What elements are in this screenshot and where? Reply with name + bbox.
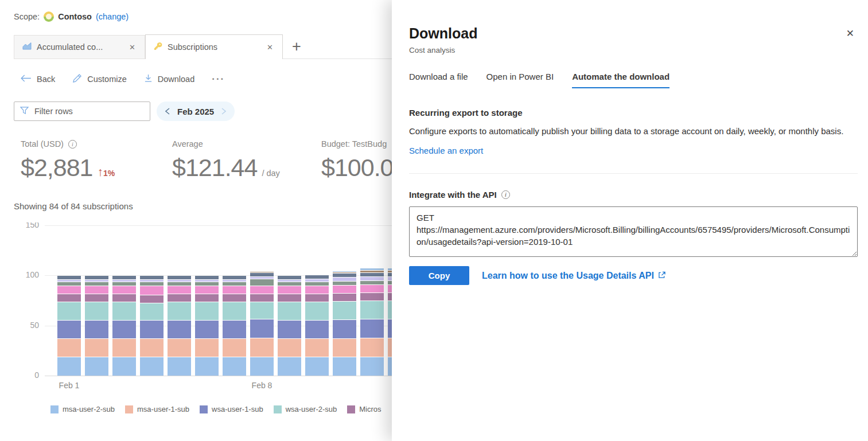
bar-segment [112, 282, 136, 286]
bar-feb-7[interactable] [223, 276, 246, 376]
bar-segment [388, 271, 392, 272]
kpi-average-value: $121.44 [172, 154, 257, 182]
bar-segment [305, 357, 329, 376]
tab-accumulated-costs[interactable]: Accumulated co... ✕ [14, 35, 145, 59]
kpi-average: Average $121.44 / day [172, 139, 280, 182]
bar-segment [278, 321, 301, 338]
bar-segment [360, 357, 384, 376]
bar-feb-8[interactable] [250, 272, 274, 376]
back-label: Back [37, 75, 55, 84]
legend-swatch [347, 405, 355, 413]
next-month-chevron-icon[interactable] [221, 108, 226, 115]
new-tab-button[interactable]: + [283, 38, 310, 59]
info-icon[interactable]: i [501, 190, 510, 199]
bar-feb-12[interactable] [360, 268, 384, 376]
previous-month-chevron-icon[interactable] [165, 108, 170, 115]
bar-segment [305, 339, 329, 357]
bar-segment [57, 321, 81, 338]
bar-feb-11[interactable] [333, 271, 356, 376]
bar-segment [333, 357, 356, 376]
filter-rows-input[interactable] [34, 107, 144, 116]
bar-segment [57, 276, 81, 279]
bar-segment [360, 277, 384, 280]
back-button[interactable]: Back [21, 75, 55, 84]
tab-open-in-power-bi[interactable]: Open in Power BI [486, 72, 554, 88]
bar-segment [223, 280, 246, 282]
bar-feb-13[interactable] [388, 268, 392, 376]
bar-segment [195, 280, 219, 282]
more-options-button[interactable]: ··· [212, 73, 225, 85]
delta-up-arrow-icon: ↑ [98, 166, 104, 178]
close-tab-icon[interactable]: ✕ [127, 42, 138, 53]
export-section-heading: Recurring export to storage [409, 108, 848, 118]
scope-account-name: Contoso [58, 12, 92, 21]
bar-segment [250, 272, 274, 272]
legend-item: msa-user-2-sub [50, 405, 115, 413]
bar-segment [278, 276, 301, 279]
bar-segment [140, 282, 164, 286]
bar-segment [57, 282, 81, 286]
bar-segment [85, 276, 108, 279]
close-panel-button[interactable]: ✕ [846, 28, 854, 40]
schedule-export-link[interactable]: Schedule an export [409, 146, 483, 155]
bar-segment [360, 273, 384, 276]
bar-feb-3[interactable] [112, 276, 136, 376]
bar-segment [305, 321, 329, 338]
billing-account-icon [44, 11, 54, 22]
customize-button[interactable]: Customize [72, 73, 127, 85]
kpi-total-delta: ↑ 1% [98, 166, 115, 178]
legend-label: wsa-user-1-sub [212, 405, 263, 413]
close-tab-icon[interactable]: ✕ [264, 42, 275, 53]
tab-download-a-file[interactable]: Download a file [409, 72, 468, 88]
scope-row: Scope: Contoso (change) [14, 11, 129, 22]
bar-segment [223, 282, 246, 286]
export-heading-text: Recurring export to storage [409, 108, 523, 118]
bar-segment [168, 280, 191, 282]
copy-button[interactable]: Copy [409, 266, 469, 285]
view-tabstrip: Accumulated co... ✕ Subscriptions ✕ + [14, 35, 310, 59]
bar-segment [388, 319, 392, 338]
tab-label: Accumulated co... [37, 42, 122, 52]
scope-change-link[interactable]: (change) [96, 12, 129, 21]
download-icon [144, 74, 153, 84]
bar-segment [333, 339, 356, 357]
bar-segment [360, 268, 384, 270]
tab-automate-the-download[interactable]: Automate the download [572, 72, 670, 88]
bar-segment [85, 286, 108, 294]
bar-segment [168, 276, 191, 279]
bar-segment [388, 285, 392, 292]
bar-segment [360, 338, 384, 357]
bar-feb-9[interactable] [278, 276, 301, 376]
bar-segment [333, 302, 356, 319]
bar-segment [168, 321, 191, 338]
api-request-textarea[interactable]: GET https://management.azure.com/provide… [409, 206, 858, 257]
bar-segment [223, 294, 246, 302]
bar-segment [168, 282, 191, 286]
bar-segment [112, 357, 136, 376]
bar-segment [360, 281, 384, 284]
bar-segment [388, 273, 392, 276]
bar-feb-5[interactable] [168, 276, 191, 376]
bar-segment [140, 286, 164, 295]
bar-feb-6[interactable] [195, 276, 219, 376]
delta-percent: 1% [103, 169, 115, 178]
download-button[interactable]: Download [144, 74, 195, 84]
bar-segment [223, 302, 246, 320]
bar-segment [140, 357, 164, 376]
chart-legend: msa-user-2-sub msa-user-1-sub wsa-user-1… [50, 405, 382, 413]
bar-segment [333, 286, 356, 293]
bar-feb-10[interactable] [305, 275, 329, 376]
bar-feb-4[interactable] [140, 276, 164, 376]
bar-segment [85, 321, 108, 338]
period-label: Feb 2025 [177, 107, 214, 116]
bar-feb-2[interactable] [85, 276, 108, 376]
kpi-average-label: Average [172, 139, 203, 149]
bar-segment [333, 282, 356, 285]
bar-feb-1[interactable] [57, 276, 81, 376]
bar-segment [112, 302, 136, 320]
tab-subscriptions[interactable]: Subscriptions ✕ [145, 34, 283, 59]
bar-segment [57, 302, 81, 320]
learn-api-link[interactable]: Learn how to use the Usage Details API [482, 271, 665, 281]
info-icon[interactable]: i [68, 140, 77, 149]
bar-segment [223, 286, 246, 294]
